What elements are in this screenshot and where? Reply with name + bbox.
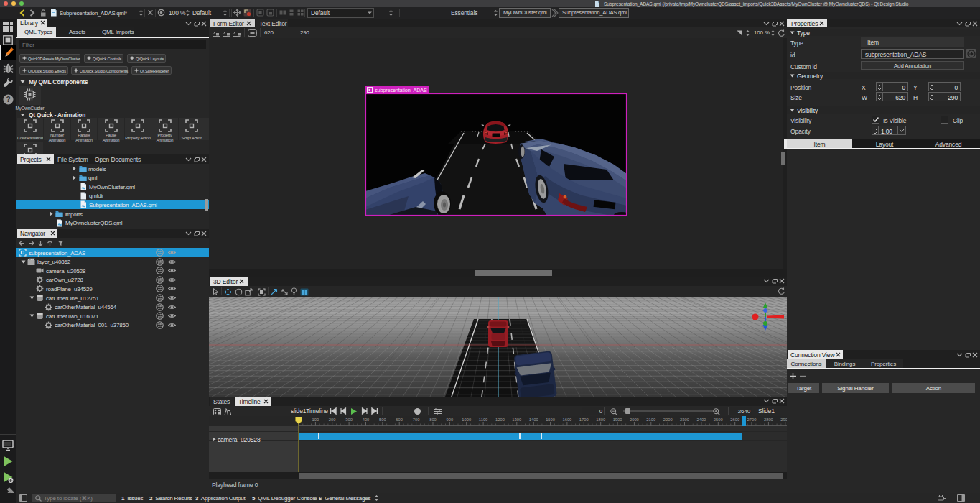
- svg-text:2800: 2800: [764, 417, 773, 422]
- svg-text:1800: 1800: [596, 417, 605, 422]
- svg-text:1600: 1600: [562, 417, 571, 422]
- svg-text:1300: 1300: [512, 417, 521, 422]
- svg-text:300: 300: [345, 417, 353, 422]
- svg-text:2600: 2600: [730, 417, 739, 422]
- svg-text:2000: 2000: [630, 417, 639, 422]
- svg-text:1500: 1500: [546, 417, 555, 422]
- svg-text:1900: 1900: [613, 417, 622, 422]
- svg-text:600: 600: [396, 417, 403, 422]
- svg-text:1200: 1200: [495, 417, 505, 422]
- svg-text:200: 200: [329, 417, 336, 422]
- svg-text:1700: 1700: [579, 417, 589, 422]
- svg-text:2300: 2300: [680, 417, 689, 422]
- svg-text:2500: 2500: [714, 417, 723, 422]
- svg-text:900: 900: [446, 417, 453, 422]
- svg-text:400: 400: [363, 417, 370, 422]
- svg-text:1100: 1100: [479, 417, 487, 422]
- svg-text:2900: 2900: [780, 417, 787, 422]
- svg-text:2200: 2200: [663, 417, 673, 422]
- svg-text:?: ?: [6, 96, 10, 103]
- svg-text:800: 800: [429, 417, 437, 422]
- svg-text:100: 100: [312, 417, 319, 422]
- svg-text:2100: 2100: [646, 417, 655, 422]
- svg-text:500: 500: [379, 417, 386, 422]
- svg-text:1000: 1000: [462, 417, 471, 422]
- svg-text:1400: 1400: [529, 417, 538, 422]
- svg-text:700: 700: [413, 417, 420, 422]
- svg-text:2700: 2700: [747, 417, 757, 422]
- svg-text:2400: 2400: [696, 417, 706, 422]
